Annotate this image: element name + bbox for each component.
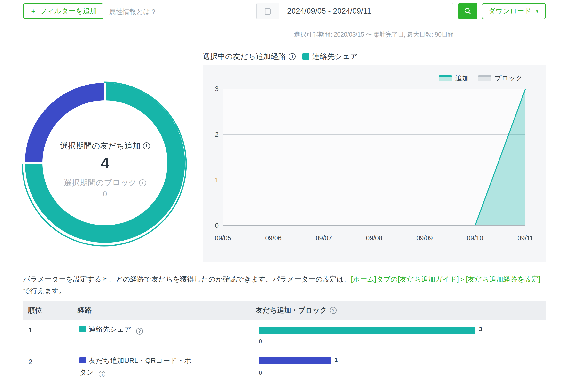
table-row: 2 友だち追加URL・QRコード・ボタン ? 1 0: [23, 350, 546, 392]
blocks-bar-value: 0: [259, 338, 262, 345]
x-axis-line: [223, 225, 525, 226]
add-filter-button[interactable]: ＋ フィルターを追加: [23, 3, 104, 19]
x-tick-0909: 09/09: [411, 234, 438, 242]
y-tick-1: 1: [203, 176, 219, 184]
route-color-swatch: [80, 357, 86, 363]
info-icon[interactable]: i: [139, 179, 146, 186]
adds-bar: [259, 357, 331, 364]
x-tick-0908: 09/08: [361, 234, 387, 242]
header-route: 経路: [78, 301, 92, 320]
rank-cell: 2: [28, 357, 33, 366]
adds-bar-value: 3: [479, 326, 482, 333]
x-tick-0911: 09/11: [512, 234, 539, 242]
route-label: 友だち追加URL・QRコード・ボタン: [80, 357, 191, 376]
y-tick-3: 3: [203, 85, 219, 93]
line-chart-title: 選択中の友だち追加経路: [203, 51, 286, 61]
search-icon: [464, 7, 472, 15]
question-icon[interactable]: ?: [330, 307, 337, 314]
route-label: 連絡先シェア: [89, 325, 131, 333]
x-tick-0910: 09/10: [462, 234, 488, 242]
donut-blocks-value: 0: [42, 190, 168, 198]
line-chart-panel: 追加 ブロック 3 2 1 0 09/05 09/06 09/07 09/08 …: [203, 65, 546, 262]
donut-center-summary: 選択期間の友だち追加 i 4 選択期間のブロック i 0: [42, 140, 168, 198]
info-icon[interactable]: i: [143, 142, 150, 150]
x-tick-0905: 09/05: [210, 234, 236, 242]
legend-blocks-label: ブロック: [495, 74, 523, 83]
blocks-series-swatch: [478, 75, 491, 81]
adds-bar: [259, 327, 476, 334]
selected-route-swatch: [303, 53, 309, 60]
x-tick-0907: 09/07: [310, 234, 337, 242]
adds-bar-value: 1: [334, 357, 338, 363]
plus-icon: ＋: [30, 8, 37, 15]
parameter-note: パラメーターを設定すると、どの経路で友だちを獲得したのか確認できます。パラメータ…: [23, 273, 543, 297]
y-tick-2: 2: [203, 131, 219, 138]
date-range-value: 2024/09/05 - 2024/09/11: [279, 3, 453, 19]
question-icon[interactable]: ?: [99, 371, 105, 378]
chart-legend: 追加 ブロック: [439, 74, 523, 83]
selected-route-label: 連絡先シェア: [312, 51, 358, 61]
search-button[interactable]: [458, 3, 477, 19]
legend-item-adds: 追加: [439, 74, 469, 83]
add-route-settings-link[interactable]: [ホーム]タブの[友だち追加ガイド]＞[友だち追加経路を設定]: [351, 275, 540, 283]
rank-cell: 1: [28, 326, 33, 334]
add-filter-label: フィルターを追加: [40, 6, 97, 16]
table-row: 1 連絡先シェア ? 3 0: [23, 320, 546, 350]
header-adds-blocks-label: 友だち追加・ブロック: [256, 306, 327, 315]
friend-add-route-analytics-page: ＋ フィルターを追加 属性情報とは？ 2024/09/05 - 2024/09/…: [0, 0, 562, 392]
donut-adds-value: 4: [42, 154, 168, 172]
route-cell: 友だち追加URL・QRコード・ボタン ?: [80, 355, 193, 378]
header-rank: 順位: [28, 301, 42, 320]
note-text-after: で行えます。: [23, 287, 66, 295]
x-tick-0906: 09/06: [260, 234, 287, 242]
note-text-before: パラメーターを設定すると、どの経路で友だちを獲得したのか確認できます。パラメータ…: [23, 275, 351, 283]
y-tick-0: 0: [203, 222, 219, 230]
selectable-period-note: 選択可能期間: 2020/03/15 〜 集計完了日, 最大日数: 90日間: [294, 31, 454, 38]
attribute-info-link[interactable]: 属性情報とは？: [109, 7, 157, 16]
legend-adds-label: 追加: [455, 74, 469, 83]
line-chart-header: 選択中の友だち追加経路 i 連絡先シェア: [203, 51, 358, 61]
caret-down-icon: ▼: [535, 9, 539, 13]
blocks-bar-value: 0: [259, 369, 262, 376]
download-button[interactable]: ダウンロード ▼: [482, 3, 546, 19]
donut-blocks-title: 選択期間のブロック i: [42, 177, 168, 188]
download-label: ダウンロード: [488, 6, 531, 16]
adds-area-fill: [223, 89, 525, 226]
header-adds-blocks: 友だち追加・ブロック ?: [256, 301, 337, 320]
route-table-header: 順位 経路 友だち追加・ブロック ?: [23, 301, 546, 320]
legend-item-blocks: ブロック: [478, 74, 523, 83]
question-icon[interactable]: ?: [136, 328, 143, 334]
donut-blocks-label: 選択期間のブロック: [64, 177, 137, 188]
donut-adds-title: 選択期間の友だち追加 i: [42, 140, 168, 151]
info-icon[interactable]: i: [289, 53, 296, 60]
calendar-icon: [257, 3, 279, 19]
adds-line: [223, 89, 525, 226]
route-color-swatch: [80, 326, 86, 332]
adds-area-series: [223, 89, 525, 226]
donut-adds-label: 選択期間の友だち追加: [60, 140, 140, 151]
route-cell: 連絡先シェア ?: [80, 323, 193, 335]
adds-series-swatch: [439, 75, 452, 81]
date-range-picker[interactable]: 2024/09/05 - 2024/09/11: [257, 3, 453, 19]
